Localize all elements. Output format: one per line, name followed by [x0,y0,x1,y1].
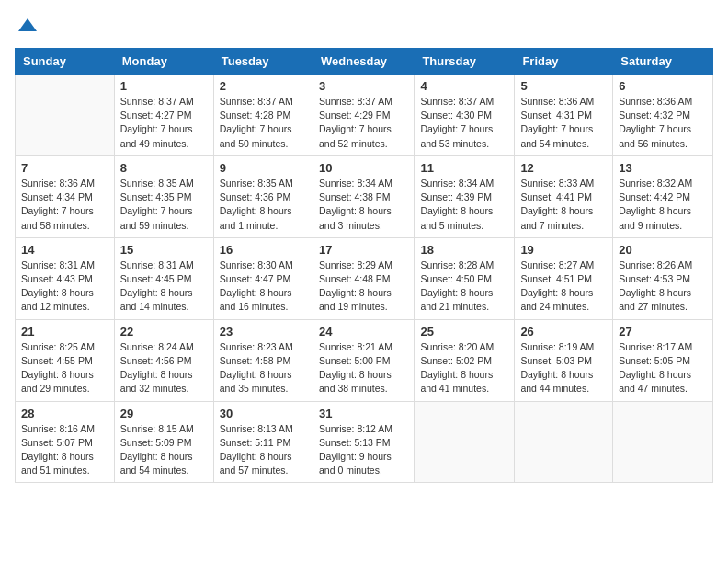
day-number: 12 [520,161,607,175]
day-number: 23 [220,325,307,339]
cell-info: Sunrise: 8:17 AMSunset: 5:05 PMDaylight:… [619,340,707,396]
cell-info: Sunrise: 8:26 AMSunset: 4:53 PMDaylight:… [619,259,707,315]
cell-info: Sunrise: 8:37 AMSunset: 4:28 PMDaylight:… [220,95,307,151]
calendar-cell: 20Sunrise: 8:26 AMSunset: 4:53 PMDayligh… [613,237,713,319]
day-number: 3 [319,79,408,93]
calendar-week-row: 1Sunrise: 8:37 AMSunset: 4:27 PMDaylight… [16,75,713,156]
day-number: 8 [120,161,208,175]
day-number: 17 [319,243,408,257]
calendar-cell: 10Sunrise: 8:34 AMSunset: 4:38 PMDayligh… [313,155,414,237]
cell-info: Sunrise: 8:19 AMSunset: 5:03 PMDaylight:… [520,340,607,396]
cell-info: Sunrise: 8:35 AMSunset: 4:36 PMDaylight:… [220,177,307,233]
calendar-cell: 5Sunrise: 8:36 AMSunset: 4:31 PMDaylight… [515,75,613,156]
calendar-cell: 14Sunrise: 8:31 AMSunset: 4:43 PMDayligh… [16,237,115,319]
calendar-cell: 11Sunrise: 8:34 AMSunset: 4:39 PMDayligh… [415,155,515,237]
calendar-cell: 25Sunrise: 8:20 AMSunset: 5:02 PMDayligh… [415,319,515,401]
weekday-header: Monday [114,49,213,75]
day-number: 26 [520,325,607,339]
cell-info: Sunrise: 8:32 AMSunset: 4:42 PMDaylight:… [619,177,707,233]
cell-info: Sunrise: 8:28 AMSunset: 4:50 PMDaylight:… [420,259,508,315]
day-number: 10 [319,161,408,175]
cell-info: Sunrise: 8:36 AMSunset: 4:34 PMDaylight:… [21,177,108,233]
cell-info: Sunrise: 8:30 AMSunset: 4:47 PMDaylight:… [220,259,307,315]
calendar-cell: 17Sunrise: 8:29 AMSunset: 4:48 PMDayligh… [313,237,414,319]
weekday-header: Saturday [613,49,713,75]
weekday-header: Thursday [415,49,515,75]
calendar-cell: 30Sunrise: 8:13 AMSunset: 5:11 PMDayligh… [213,401,313,483]
cell-info: Sunrise: 8:16 AMSunset: 5:07 PMDaylight:… [21,422,108,478]
day-number: 19 [520,243,607,257]
cell-info: Sunrise: 8:37 AMSunset: 4:27 PMDaylight:… [120,95,208,151]
cell-info: Sunrise: 8:34 AMSunset: 4:39 PMDaylight:… [420,177,508,233]
calendar-table: SundayMondayTuesdayWednesdayThursdayFrid… [15,48,713,483]
day-number: 28 [21,407,108,420]
calendar-cell [415,401,515,483]
day-number: 1 [120,79,208,93]
calendar-week-row: 21Sunrise: 8:25 AMSunset: 4:55 PMDayligh… [16,319,713,401]
cell-info: Sunrise: 8:23 AMSunset: 4:58 PMDaylight:… [220,340,307,396]
cell-info: Sunrise: 8:37 AMSunset: 4:30 PMDaylight:… [420,95,508,151]
day-number: 11 [420,161,508,175]
cell-info: Sunrise: 8:31 AMSunset: 4:43 PMDaylight:… [21,259,108,315]
calendar-header-row: SundayMondayTuesdayWednesdayThursdayFrid… [16,49,713,75]
day-number: 5 [520,79,607,93]
calendar-cell: 7Sunrise: 8:36 AMSunset: 4:34 PMDaylight… [16,155,115,237]
day-number: 14 [21,243,108,257]
calendar-cell: 16Sunrise: 8:30 AMSunset: 4:47 PMDayligh… [213,237,313,319]
day-number: 30 [220,407,307,420]
day-number: 20 [619,243,707,257]
calendar-cell [16,75,115,156]
day-number: 31 [319,407,408,420]
calendar-cell: 12Sunrise: 8:33 AMSunset: 4:41 PMDayligh… [515,155,613,237]
day-number: 15 [120,243,208,257]
calendar-cell: 18Sunrise: 8:28 AMSunset: 4:50 PMDayligh… [415,237,515,319]
calendar-cell: 15Sunrise: 8:31 AMSunset: 4:45 PMDayligh… [114,237,213,319]
day-number: 24 [319,325,408,339]
calendar-cell: 9Sunrise: 8:35 AMSunset: 4:36 PMDaylight… [213,155,313,237]
calendar-cell [613,401,713,483]
calendar-cell: 2Sunrise: 8:37 AMSunset: 4:28 PMDaylight… [213,75,313,156]
calendar-cell: 24Sunrise: 8:21 AMSunset: 5:00 PMDayligh… [313,319,414,401]
weekday-header: Friday [515,49,613,75]
cell-info: Sunrise: 8:21 AMSunset: 5:00 PMDaylight:… [319,340,408,396]
cell-info: Sunrise: 8:15 AMSunset: 5:09 PMDaylight:… [120,422,208,478]
svg-marker-0 [18,18,37,31]
day-number: 16 [220,243,307,257]
calendar-week-row: 7Sunrise: 8:36 AMSunset: 4:34 PMDaylight… [16,155,713,237]
page-header [15,15,713,37]
day-number: 18 [420,243,508,257]
calendar-cell: 19Sunrise: 8:27 AMSunset: 4:51 PMDayligh… [515,237,613,319]
calendar-cell: 27Sunrise: 8:17 AMSunset: 5:05 PMDayligh… [613,319,713,401]
cell-info: Sunrise: 8:37 AMSunset: 4:29 PMDaylight:… [319,95,408,151]
calendar-cell: 1Sunrise: 8:37 AMSunset: 4:27 PMDaylight… [114,75,213,156]
calendar-cell: 4Sunrise: 8:37 AMSunset: 4:30 PMDaylight… [415,75,515,156]
calendar-cell: 22Sunrise: 8:24 AMSunset: 4:56 PMDayligh… [114,319,213,401]
day-number: 2 [220,79,307,93]
day-number: 7 [21,161,108,175]
cell-info: Sunrise: 8:35 AMSunset: 4:35 PMDaylight:… [120,177,208,233]
weekday-header: Tuesday [213,49,313,75]
cell-info: Sunrise: 8:29 AMSunset: 4:48 PMDaylight:… [319,259,408,315]
logo-icon [17,15,39,37]
calendar-cell: 6Sunrise: 8:36 AMSunset: 4:32 PMDaylight… [613,75,713,156]
day-number: 22 [120,325,208,339]
calendar-week-row: 28Sunrise: 8:16 AMSunset: 5:07 PMDayligh… [16,401,713,483]
calendar-cell: 21Sunrise: 8:25 AMSunset: 4:55 PMDayligh… [16,319,115,401]
cell-info: Sunrise: 8:36 AMSunset: 4:32 PMDaylight:… [619,95,707,151]
day-number: 27 [619,325,707,339]
cell-info: Sunrise: 8:20 AMSunset: 5:02 PMDaylight:… [420,340,508,396]
cell-info: Sunrise: 8:34 AMSunset: 4:38 PMDaylight:… [319,177,408,233]
day-number: 6 [619,79,707,93]
cell-info: Sunrise: 8:33 AMSunset: 4:41 PMDaylight:… [520,177,607,233]
cell-info: Sunrise: 8:12 AMSunset: 5:13 PMDaylight:… [319,422,408,478]
cell-info: Sunrise: 8:36 AMSunset: 4:31 PMDaylight:… [520,95,607,151]
weekday-header: Sunday [16,49,115,75]
calendar-cell: 31Sunrise: 8:12 AMSunset: 5:13 PMDayligh… [313,401,414,483]
calendar-cell: 13Sunrise: 8:32 AMSunset: 4:42 PMDayligh… [613,155,713,237]
logo [15,15,39,37]
calendar-cell: 28Sunrise: 8:16 AMSunset: 5:07 PMDayligh… [16,401,115,483]
calendar-cell: 8Sunrise: 8:35 AMSunset: 4:35 PMDaylight… [114,155,213,237]
cell-info: Sunrise: 8:25 AMSunset: 4:55 PMDaylight:… [21,340,108,396]
day-number: 29 [120,407,208,420]
calendar-cell: 3Sunrise: 8:37 AMSunset: 4:29 PMDaylight… [313,75,414,156]
